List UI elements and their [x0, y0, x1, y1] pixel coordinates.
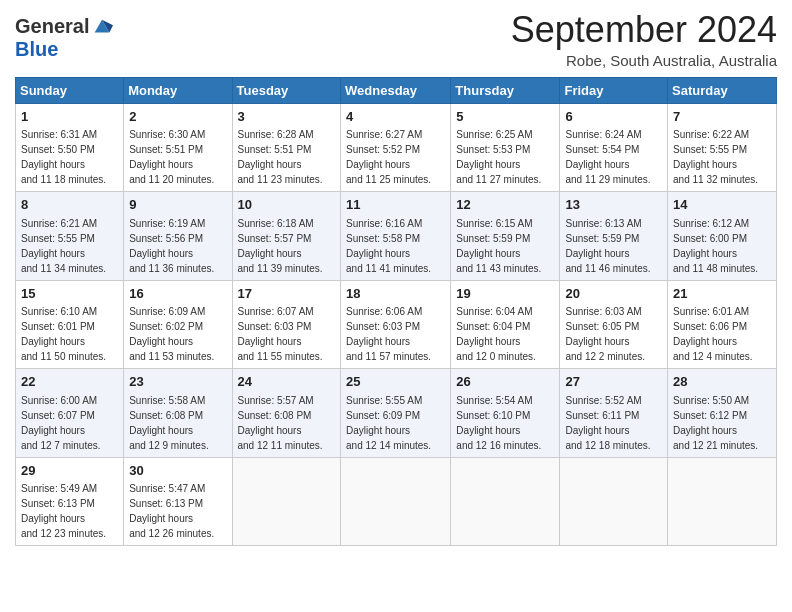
day-info: Sunrise: 6:25 AMSunset: 5:53 PMDaylight …	[456, 129, 541, 185]
table-row: 16 Sunrise: 6:09 AMSunset: 6:02 PMDaylig…	[124, 280, 232, 369]
day-info: Sunrise: 5:55 AMSunset: 6:09 PMDaylight …	[346, 395, 431, 451]
day-info: Sunrise: 6:00 AMSunset: 6:07 PMDaylight …	[21, 395, 101, 451]
col-tuesday: Tuesday	[232, 77, 341, 103]
day-info: Sunrise: 5:57 AMSunset: 6:08 PMDaylight …	[238, 395, 323, 451]
day-number: 28	[673, 373, 771, 391]
col-monday: Monday	[124, 77, 232, 103]
col-saturday: Saturday	[668, 77, 777, 103]
location-title: Robe, South Australia, Australia	[511, 52, 777, 69]
table-row: 23 Sunrise: 5:58 AMSunset: 6:08 PMDaylig…	[124, 369, 232, 458]
table-row: 3 Sunrise: 6:28 AMSunset: 5:51 PMDayligh…	[232, 103, 341, 192]
table-row: 24 Sunrise: 5:57 AMSunset: 6:08 PMDaylig…	[232, 369, 341, 458]
day-number: 8	[21, 196, 118, 214]
day-number: 9	[129, 196, 226, 214]
table-row: 10 Sunrise: 6:18 AMSunset: 5:57 PMDaylig…	[232, 192, 341, 281]
calendar-header-row: Sunday Monday Tuesday Wednesday Thursday…	[16, 77, 777, 103]
table-row: 29 Sunrise: 5:49 AMSunset: 6:13 PMDaylig…	[16, 457, 124, 546]
table-row: 27 Sunrise: 5:52 AMSunset: 6:11 PMDaylig…	[560, 369, 668, 458]
calendar-week-row: 22 Sunrise: 6:00 AMSunset: 6:07 PMDaylig…	[16, 369, 777, 458]
day-number: 10	[238, 196, 336, 214]
day-info: Sunrise: 6:01 AMSunset: 6:06 PMDaylight …	[673, 306, 753, 362]
table-row: 20 Sunrise: 6:03 AMSunset: 6:05 PMDaylig…	[560, 280, 668, 369]
day-number: 30	[129, 462, 226, 480]
day-info: Sunrise: 5:49 AMSunset: 6:13 PMDaylight …	[21, 483, 106, 539]
day-info: Sunrise: 6:04 AMSunset: 6:04 PMDaylight …	[456, 306, 536, 362]
table-row: 12 Sunrise: 6:15 AMSunset: 5:59 PMDaylig…	[451, 192, 560, 281]
table-row: 2 Sunrise: 6:30 AMSunset: 5:51 PMDayligh…	[124, 103, 232, 192]
table-row: 25 Sunrise: 5:55 AMSunset: 6:09 PMDaylig…	[341, 369, 451, 458]
day-info: Sunrise: 6:24 AMSunset: 5:54 PMDaylight …	[565, 129, 650, 185]
day-number: 23	[129, 373, 226, 391]
day-number: 19	[456, 285, 554, 303]
day-info: Sunrise: 5:58 AMSunset: 6:08 PMDaylight …	[129, 395, 209, 451]
day-info: Sunrise: 6:19 AMSunset: 5:56 PMDaylight …	[129, 218, 214, 274]
day-info: Sunrise: 6:12 AMSunset: 6:00 PMDaylight …	[673, 218, 758, 274]
table-row: 26 Sunrise: 5:54 AMSunset: 6:10 PMDaylig…	[451, 369, 560, 458]
header: General Blue September 2024 Robe, South …	[15, 10, 777, 69]
logo-blue-text: Blue	[15, 38, 58, 61]
day-number: 11	[346, 196, 445, 214]
table-row: 6 Sunrise: 6:24 AMSunset: 5:54 PMDayligh…	[560, 103, 668, 192]
col-thursday: Thursday	[451, 77, 560, 103]
day-info: Sunrise: 6:28 AMSunset: 5:51 PMDaylight …	[238, 129, 323, 185]
day-info: Sunrise: 6:31 AMSunset: 5:50 PMDaylight …	[21, 129, 106, 185]
table-row: 5 Sunrise: 6:25 AMSunset: 5:53 PMDayligh…	[451, 103, 560, 192]
day-info: Sunrise: 6:13 AMSunset: 5:59 PMDaylight …	[565, 218, 650, 274]
day-number: 1	[21, 108, 118, 126]
table-row: 13 Sunrise: 6:13 AMSunset: 5:59 PMDaylig…	[560, 192, 668, 281]
day-number: 16	[129, 285, 226, 303]
day-number: 15	[21, 285, 118, 303]
table-row: 21 Sunrise: 6:01 AMSunset: 6:06 PMDaylig…	[668, 280, 777, 369]
day-number: 2	[129, 108, 226, 126]
day-number: 24	[238, 373, 336, 391]
table-row: 22 Sunrise: 6:00 AMSunset: 6:07 PMDaylig…	[16, 369, 124, 458]
day-number: 22	[21, 373, 118, 391]
calendar-table: Sunday Monday Tuesday Wednesday Thursday…	[15, 77, 777, 547]
day-number: 3	[238, 108, 336, 126]
calendar-week-row: 15 Sunrise: 6:10 AMSunset: 6:01 PMDaylig…	[16, 280, 777, 369]
calendar-week-row: 8 Sunrise: 6:21 AMSunset: 5:55 PMDayligh…	[16, 192, 777, 281]
day-info: Sunrise: 6:16 AMSunset: 5:58 PMDaylight …	[346, 218, 431, 274]
day-number: 20	[565, 285, 662, 303]
page: General Blue September 2024 Robe, South …	[0, 0, 792, 612]
title-block: September 2024 Robe, South Australia, Au…	[511, 10, 777, 69]
day-info: Sunrise: 6:27 AMSunset: 5:52 PMDaylight …	[346, 129, 431, 185]
table-row: 9 Sunrise: 6:19 AMSunset: 5:56 PMDayligh…	[124, 192, 232, 281]
day-info: Sunrise: 5:54 AMSunset: 6:10 PMDaylight …	[456, 395, 541, 451]
day-number: 6	[565, 108, 662, 126]
calendar-week-row: 29 Sunrise: 5:49 AMSunset: 6:13 PMDaylig…	[16, 457, 777, 546]
table-row: 15 Sunrise: 6:10 AMSunset: 6:01 PMDaylig…	[16, 280, 124, 369]
day-info: Sunrise: 5:47 AMSunset: 6:13 PMDaylight …	[129, 483, 214, 539]
logo-icon	[91, 16, 113, 38]
col-sunday: Sunday	[16, 77, 124, 103]
month-title: September 2024	[511, 10, 777, 50]
day-number: 17	[238, 285, 336, 303]
day-number: 27	[565, 373, 662, 391]
table-row: 1 Sunrise: 6:31 AMSunset: 5:50 PMDayligh…	[16, 103, 124, 192]
table-row: 4 Sunrise: 6:27 AMSunset: 5:52 PMDayligh…	[341, 103, 451, 192]
table-row: 19 Sunrise: 6:04 AMSunset: 6:04 PMDaylig…	[451, 280, 560, 369]
col-friday: Friday	[560, 77, 668, 103]
day-info: Sunrise: 6:21 AMSunset: 5:55 PMDaylight …	[21, 218, 106, 274]
day-info: Sunrise: 6:15 AMSunset: 5:59 PMDaylight …	[456, 218, 541, 274]
table-row	[560, 457, 668, 546]
day-number: 7	[673, 108, 771, 126]
day-info: Sunrise: 6:22 AMSunset: 5:55 PMDaylight …	[673, 129, 758, 185]
col-wednesday: Wednesday	[341, 77, 451, 103]
day-number: 26	[456, 373, 554, 391]
day-number: 18	[346, 285, 445, 303]
table-row	[451, 457, 560, 546]
table-row	[232, 457, 341, 546]
day-info: Sunrise: 6:30 AMSunset: 5:51 PMDaylight …	[129, 129, 214, 185]
day-number: 13	[565, 196, 662, 214]
day-number: 14	[673, 196, 771, 214]
table-row: 8 Sunrise: 6:21 AMSunset: 5:55 PMDayligh…	[16, 192, 124, 281]
day-number: 4	[346, 108, 445, 126]
day-info: Sunrise: 6:07 AMSunset: 6:03 PMDaylight …	[238, 306, 323, 362]
table-row: 28 Sunrise: 5:50 AMSunset: 6:12 PMDaylig…	[668, 369, 777, 458]
day-info: Sunrise: 6:18 AMSunset: 5:57 PMDaylight …	[238, 218, 323, 274]
day-number: 5	[456, 108, 554, 126]
logo-general-text: General	[15, 15, 89, 38]
day-number: 29	[21, 462, 118, 480]
table-row: 18 Sunrise: 6:06 AMSunset: 6:03 PMDaylig…	[341, 280, 451, 369]
